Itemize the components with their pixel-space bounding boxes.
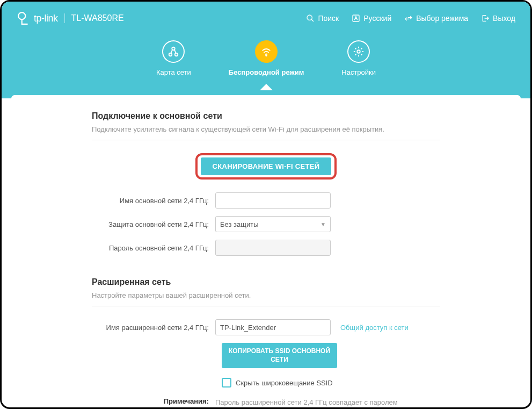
- tab-network-map-label: Карта сети: [156, 68, 191, 76]
- host-section-subtitle: Подключите усилитель сигнала к существую…: [92, 125, 440, 133]
- tab-wireless-label: Беспроводной режим: [229, 68, 304, 76]
- host-password-input: [215, 240, 331, 256]
- svg-point-1: [307, 15, 312, 20]
- logout-icon: [481, 14, 490, 23]
- wifi-icon: [260, 46, 272, 58]
- content: Подключение к основной сети Подключите у…: [11, 95, 521, 409]
- scan-wifi-button[interactable]: СКАНИРОВАНИЕ WI-FI СЕТЕЙ: [201, 157, 332, 175]
- mode-icon: [404, 14, 413, 23]
- note-label: Примечания:: [92, 397, 215, 405]
- top-nav: Поиск Русский Выбор режима Выход: [306, 14, 515, 23]
- main-tabs: Карта сети Беспроводной режим Настройки: [2, 40, 530, 76]
- tab-settings[interactable]: Настройки: [341, 40, 376, 76]
- host-security-value: Без защиты: [220, 220, 259, 228]
- language-label: Русский: [363, 14, 391, 23]
- language-icon: [352, 14, 360, 23]
- svg-point-5: [169, 53, 172, 56]
- search-label: Поиск: [318, 14, 339, 23]
- host-ssid-label: Имя основной сети 2,4 ГГц:: [92, 197, 215, 205]
- separator: [92, 306, 440, 306]
- separator: [92, 140, 440, 140]
- ext-section-subtitle: Настройте параметры вашей расширенной се…: [92, 291, 440, 299]
- note-text: Пароль расширенной сети 2,4 ГГц совпадае…: [215, 397, 409, 409]
- language-link[interactable]: Русский: [352, 14, 391, 23]
- tab-network-map[interactable]: Карта сети: [156, 40, 191, 76]
- hide-ssid-checkbox[interactable]: [222, 378, 231, 388]
- svg-point-7: [266, 55, 267, 56]
- copy-ssid-button[interactable]: КОПИРОВАТЬ SSID ОСНОВНОЙ СЕТИ: [222, 343, 337, 368]
- active-tab-arrow: [260, 84, 273, 90]
- gear-icon: [353, 46, 365, 58]
- model-name: TL-WA850RE: [64, 13, 124, 23]
- svg-point-6: [175, 53, 178, 56]
- host-section-title: Подключение к основной сети: [92, 111, 440, 121]
- hide-ssid-label: Скрыть широковещание SSID: [236, 379, 333, 387]
- search-icon: [306, 14, 315, 23]
- svg-point-8: [357, 50, 360, 53]
- tab-wireless[interactable]: Беспроводной режим: [229, 40, 304, 76]
- mode-label: Выбор режима: [416, 14, 468, 23]
- ext-ssid-input[interactable]: [215, 319, 331, 335]
- ext-section-title: Расширенная сеть: [92, 277, 440, 287]
- logout-link[interactable]: Выход: [481, 14, 515, 23]
- svg-point-0: [18, 12, 25, 19]
- chevron-down-icon: ▼: [320, 221, 326, 227]
- tplink-logo-icon: [17, 11, 31, 25]
- host-security-label: Защита основной сети 2,4 ГГц:: [92, 220, 215, 228]
- host-security-select[interactable]: Без защиты ▼: [215, 216, 331, 232]
- svg-line-2: [311, 19, 314, 21]
- mode-link[interactable]: Выбор режима: [404, 14, 468, 23]
- tab-settings-label: Настройки: [341, 68, 376, 76]
- share-network-link[interactable]: Общий доступ к сети: [340, 324, 409, 332]
- network-map-icon: [167, 46, 179, 58]
- search-link[interactable]: Поиск: [306, 14, 339, 23]
- logout-label: Выход: [493, 14, 515, 23]
- logo: tp-link: [17, 11, 58, 25]
- ext-ssid-label: Имя расширенной сети 2,4 ГГц:: [92, 324, 215, 332]
- host-ssid-input[interactable]: [215, 192, 331, 209]
- host-password-label: Пароль основной сети 2,4 ГГц:: [92, 244, 215, 252]
- brand-name: tp-link: [34, 13, 58, 24]
- brand: tp-link TL-WA850RE: [17, 11, 124, 25]
- scan-highlight: СКАНИРОВАНИЕ WI-FI СЕТЕЙ: [195, 153, 337, 180]
